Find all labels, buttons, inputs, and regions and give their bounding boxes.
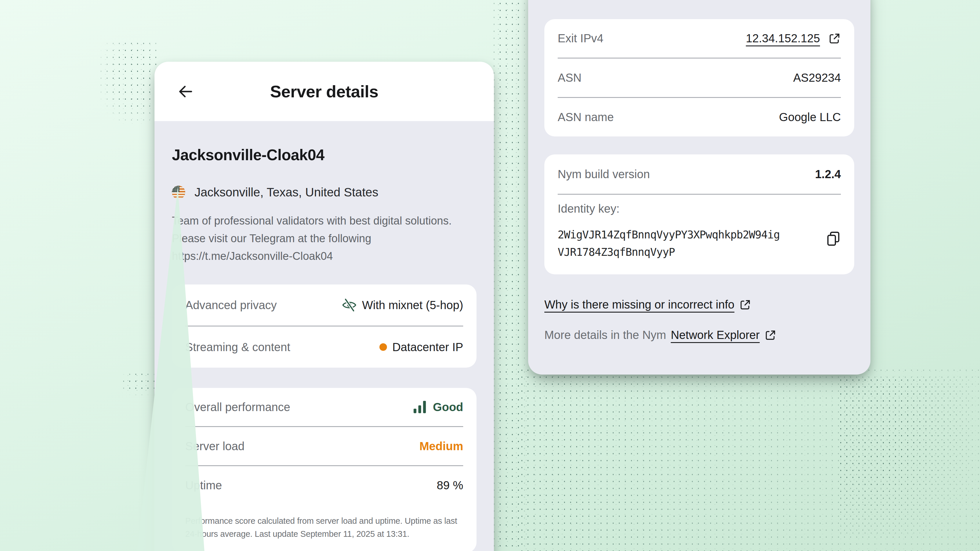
row-label: Overall performance bbox=[185, 401, 290, 414]
signal-bars-icon bbox=[413, 400, 428, 414]
asn-name-value: Google LLC bbox=[779, 111, 841, 124]
more-details-line: More details in the Nym Network Explorer bbox=[544, 329, 854, 341]
overall-performance-value: Good bbox=[413, 400, 463, 414]
page-title: Server details bbox=[270, 82, 378, 101]
row-label: Streaming & content bbox=[185, 341, 290, 354]
missing-info-link[interactable]: Why is there missing or incorrect info bbox=[544, 298, 735, 311]
back-button[interactable] bbox=[175, 81, 196, 102]
uptime-value: 89 % bbox=[437, 479, 463, 492]
network-info-card: Exit IPv4 12.34.152.125 bbox=[544, 19, 854, 137]
uptime-row: Uptime 89 % bbox=[172, 466, 477, 504]
identity-key-value: 2WigVJR14ZqfBnnqVyyPY3XPwqhkpb2W94ig VJR… bbox=[558, 226, 841, 261]
advanced-privacy-text: With mixnet (5-hop) bbox=[362, 299, 463, 312]
copy-button[interactable] bbox=[824, 229, 843, 248]
arrow-left-icon bbox=[177, 83, 194, 100]
nym-build-version-value: 1.2.4 bbox=[815, 168, 841, 181]
performance-card: Overall performance Good bbox=[172, 388, 477, 551]
nym-build-version-row: Nym build version 1.2.4 bbox=[544, 154, 854, 194]
advanced-privacy-row: Advanced privacy With mixnet (5-hop) bbox=[172, 284, 477, 326]
server-load-row: Server load Medium bbox=[172, 427, 477, 465]
orange-dot-icon bbox=[379, 343, 387, 351]
row-label: Advanced privacy bbox=[185, 299, 277, 312]
streaming-content-value: Datacenter IP bbox=[379, 341, 463, 354]
network-explorer-link[interactable]: Network Explorer bbox=[671, 329, 760, 341]
overall-performance-text: Good bbox=[433, 401, 463, 414]
server-details-body: Jacksonville-Cloak04 Jacksonville, Texas… bbox=[154, 121, 494, 551]
more-details-prefix: More details in the Nym bbox=[544, 329, 666, 341]
row-label: ASN bbox=[558, 71, 581, 84]
server-load-value: Medium bbox=[419, 440, 463, 453]
performance-footnote: Performance score calculated from server… bbox=[172, 513, 477, 551]
identity-key-line1: 2WigVJR14ZqfBnnqVyyPY3XPwqhkpb2W94ig bbox=[558, 229, 780, 241]
location-text: Jacksonville, Texas, United States bbox=[194, 186, 378, 199]
server-details-panel: Server details Jacksonville-Cloak04 Jack… bbox=[154, 62, 494, 551]
advanced-privacy-value: With mixnet (5-hop) bbox=[342, 297, 463, 313]
server-name: Jacksonville-Cloak04 bbox=[172, 146, 477, 164]
eye-off-icon bbox=[342, 297, 357, 313]
exit-ipv4-row: Exit IPv4 12.34.152.125 bbox=[544, 19, 854, 58]
streaming-content-text: Datacenter IP bbox=[392, 341, 463, 354]
exit-ipv4-link[interactable]: 12.34.152.125 bbox=[746, 32, 823, 45]
asn-value: AS29234 bbox=[793, 71, 841, 84]
server-description: Team of professional validators with bes… bbox=[172, 212, 477, 265]
external-link-icon bbox=[764, 329, 776, 341]
overall-performance-row: Overall performance Good bbox=[172, 388, 477, 426]
privacy-card: Advanced privacy With mixnet (5-hop) bbox=[172, 284, 477, 368]
build-info-card: Nym build version 1.2.4 Identity key: 2W… bbox=[544, 154, 854, 274]
streaming-content-row: Streaming & content Datacenter IP bbox=[172, 327, 477, 368]
identity-key-line2: VJR1784Z3qfBnnqVyyP bbox=[558, 246, 675, 259]
row-label: Nym build version bbox=[558, 168, 650, 181]
asn-row: ASN AS29234 bbox=[544, 59, 854, 97]
external-link-icon[interactable] bbox=[828, 32, 841, 45]
us-flag-icon bbox=[172, 186, 185, 199]
server-location: Jacksonville, Texas, United States bbox=[172, 184, 477, 200]
identity-key-label: Identity key: bbox=[558, 202, 841, 215]
server-info-body: Exit IPv4 12.34.152.125 bbox=[528, 0, 870, 341]
dot-pattern-decoration bbox=[838, 376, 974, 539]
row-label: Exit IPv4 bbox=[558, 32, 603, 45]
row-label: ASN name bbox=[558, 111, 614, 124]
exit-ipv4-value: 12.34.152.125 bbox=[746, 32, 841, 45]
dot-pattern-decoration bbox=[121, 371, 158, 395]
server-details-header: Server details bbox=[154, 62, 494, 121]
missing-info-line: Why is there missing or incorrect info bbox=[544, 298, 854, 311]
copy-icon bbox=[825, 230, 842, 247]
external-link-icon bbox=[739, 299, 751, 311]
screen: Server details Jacksonville-Cloak04 Jack… bbox=[0, 0, 980, 551]
dot-pattern-decoration bbox=[98, 40, 158, 126]
asn-name-row: ASN name Google LLC bbox=[544, 98, 854, 137]
identity-key-block: Identity key: 2WigVJR14ZqfBnnqVyyPY3XPwq… bbox=[544, 195, 854, 274]
server-info-panel: Exit IPv4 12.34.152.125 bbox=[528, 0, 870, 375]
